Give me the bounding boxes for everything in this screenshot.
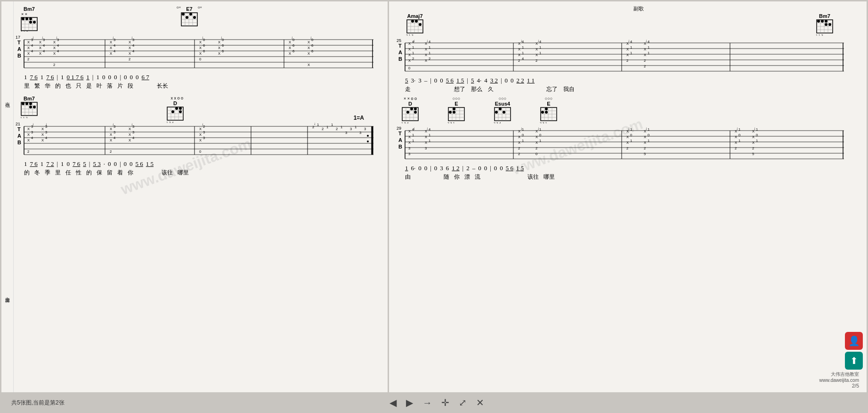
svg-text:B: B [398, 144, 402, 149]
svg-text:↓: ↓ [628, 39, 630, 43]
svg-text:4: 4 [648, 40, 649, 44]
tab-section-2: 21 T A B [16, 122, 383, 158]
svg-text:2: 2 [27, 57, 29, 61]
svg-text:2: 2 [735, 146, 737, 150]
svg-text:1: 1 [648, 127, 649, 132]
status-label: 共5张图,当前是第2张 [11, 399, 65, 407]
svg-text:X: X [535, 47, 538, 51]
svg-text:↓: ↓ [112, 122, 114, 126]
svg-point-129 [179, 110, 182, 113]
svg-text:3: 3 [408, 152, 410, 156]
svg-point-322 [499, 107, 502, 110]
zoom-btn[interactable]: ✛ [439, 396, 451, 409]
svg-point-148 [367, 140, 369, 142]
svg-text:↓: ↓ [45, 122, 47, 126]
svg-text:↓: ↓ [520, 126, 522, 131]
lyrics-row-1: 里 繁 华 的 也 只 是 叶 落 片 段 长长 [16, 82, 383, 92]
svg-text:1: 1 [412, 139, 414, 143]
prev-btn[interactable]: ◀ [388, 396, 398, 409]
svg-text:1: 1 [539, 45, 541, 50]
svg-text:B: B [17, 140, 21, 145]
svg-text:1: 1 [331, 123, 333, 127]
amaj7-chord: Amaj7 2 1 3 [406, 13, 424, 37]
svg-point-9 [29, 17, 32, 20]
svg-text:2: 2 [53, 63, 55, 67]
svg-point-10 [29, 21, 32, 24]
bottom-chord-row: Bm7 [16, 96, 383, 120]
svg-text:X: X [626, 140, 629, 145]
svg-text:1: 1 [630, 51, 632, 55]
bm7-name-2: Bm7 [20, 96, 38, 101]
user-icon: 👤 [848, 335, 860, 347]
svg-text:A: A [398, 50, 402, 55]
svg-point-209 [419, 23, 422, 26]
svg-point-311 [453, 107, 455, 110]
svg-point-128 [179, 107, 182, 110]
svg-point-20 [182, 13, 185, 16]
svg-point-7 [22, 17, 24, 20]
svg-text:B: B [17, 53, 21, 58]
svg-text:X: X [535, 135, 538, 139]
svg-text:X: X [644, 47, 646, 51]
svg-text:4: 4 [114, 43, 115, 48]
play-btn[interactable]: ▶ [404, 396, 415, 409]
svg-text:X: X [425, 135, 427, 139]
svg-text:X: X [518, 47, 520, 51]
right-content: 副歌 Amaj7 [389, 1, 867, 392]
svg-text:1: 1 [341, 125, 342, 129]
svg-text:6: 6 [311, 43, 313, 48]
svg-text:2 3 4: 2 3 4 [494, 122, 501, 124]
svg-text:↓: ↓ [537, 126, 539, 131]
svg-text:1: 1 [522, 45, 524, 50]
svg-text:4: 4 [522, 57, 524, 61]
svg-text:6: 6 [292, 43, 294, 48]
esus4-name: Esus4 [494, 101, 511, 107]
svg-text:2: 2 [644, 64, 646, 68]
svg-text:↓: ↓ [41, 35, 43, 40]
svg-text:0: 0 [408, 66, 410, 70]
svg-text:0: 0 [756, 133, 758, 137]
right-tab-staff-1: T A B [397, 38, 849, 74]
svg-text:X: X [199, 138, 202, 142]
svg-text:↓: ↓ [131, 122, 133, 126]
user-button[interactable]: 👤 [845, 332, 863, 350]
svg-text:X: X [408, 47, 411, 51]
svg-text:↓: ↓ [310, 35, 312, 40]
svg-text:3: 3 [359, 131, 361, 135]
svg-text:↓: ↓ [314, 122, 316, 126]
measure-17: 17 [16, 35, 20, 40]
svg-text:↓: ↓ [537, 39, 539, 43]
svg-text:X: X [110, 40, 112, 44]
bm7-right-chord: Bm7 [816, 13, 834, 37]
svg-text:X: X [199, 132, 202, 137]
svg-text:X: X [735, 140, 737, 145]
svg-text:X: X [518, 135, 520, 139]
left-content: Bm7 × × [1, 1, 388, 392]
svg-text:X: X [27, 46, 30, 50]
e-name-2: E [540, 101, 558, 107]
svg-text:X: X [408, 135, 411, 139]
app: www.daweijita.com 吉他 主旋律 Bm7 × × [0, 0, 868, 413]
fullscreen-btn[interactable]: ⤢ [457, 396, 469, 409]
svg-text:2: 2 [129, 57, 130, 61]
svg-text:X: X [626, 53, 629, 57]
bm7-diagram-2: 1 1 2 [20, 101, 38, 118]
d-chord-bottom: x x o o D [166, 96, 184, 124]
svg-text:1: 1 [539, 51, 541, 55]
svg-text:4: 4 [429, 40, 430, 44]
close-btn[interactable]: ✕ [474, 396, 486, 409]
bm7-name-1: Bm7 [20, 6, 38, 12]
float-buttons: 👤 ⬆ [845, 332, 863, 370]
svg-point-299 [410, 107, 413, 110]
up-button[interactable]: ⬆ [845, 352, 863, 370]
svg-text:X: X [39, 51, 41, 56]
svg-point-8 [25, 17, 28, 20]
lyrics-row-2: 的 冬 季 里 任 性 的 保 留 着 你 该往 哪里 [16, 169, 383, 179]
svg-point-300 [414, 107, 417, 110]
esus4-chord: ○○○ Esus4 2 [494, 96, 511, 125]
next-btn[interactable]: → [421, 396, 434, 409]
svg-text:4: 4 [539, 40, 541, 44]
svg-text:4: 4 [43, 49, 45, 53]
svg-text:3: 3 [345, 131, 347, 135]
svg-text:X: X [129, 51, 131, 56]
